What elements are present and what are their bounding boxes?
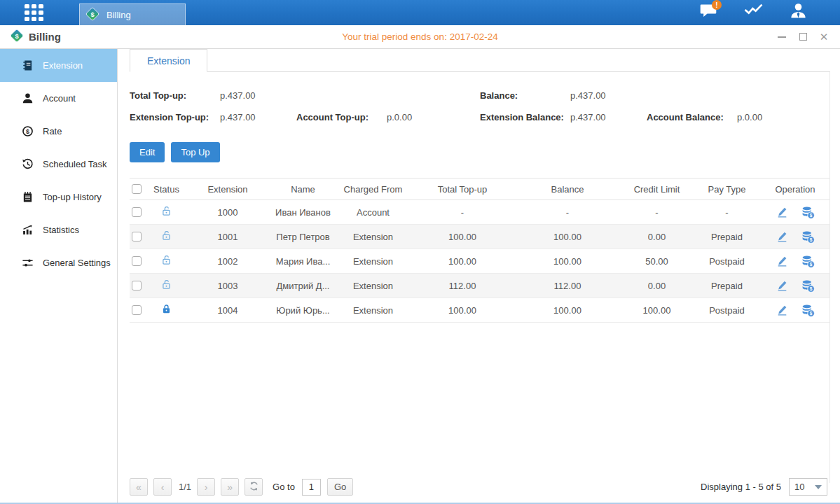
table-row: 1002 Мария Ива... Extension 100.00 100.0…	[130, 249, 830, 274]
cell-balance: 112.00	[515, 281, 620, 291]
account-balance-label: Account Balance:	[647, 112, 737, 122]
extension-balance-label: Extension Balance:	[480, 112, 570, 122]
notifications-button[interactable]: !	[698, 2, 718, 22]
row-checkbox[interactable]	[132, 305, 142, 315]
maximize-button[interactable]	[798, 32, 808, 42]
cell-extension: 1001	[186, 232, 270, 242]
col-total-topup: Total Top-up	[410, 184, 515, 195]
cell-charged-from: Extension	[336, 256, 410, 267]
resource-monitor-button[interactable]	[743, 2, 763, 22]
displaying-label: Displaying 1 - 5 of 5	[701, 482, 781, 492]
sliders-icon	[21, 257, 34, 270]
svg-text:$: $	[810, 286, 813, 292]
sidebar-item-extension[interactable]: Extension	[0, 49, 117, 82]
col-name: Name	[270, 184, 336, 195]
row-checkbox[interactable]	[132, 281, 142, 290]
top-up-coins-icon[interactable]: $	[801, 303, 815, 318]
lock-open-icon	[160, 205, 172, 219]
refresh-button[interactable]	[245, 478, 263, 496]
cell-extension: 1004	[186, 305, 270, 316]
sidebar-item-top-up-history[interactable]: Top-up History	[0, 181, 117, 214]
user-silhouette-icon	[21, 92, 34, 105]
edit-pencil-icon[interactable]	[775, 303, 790, 318]
cell-credit-limit: 0.00	[620, 281, 694, 291]
edit-pencil-icon[interactable]	[775, 279, 790, 293]
tab-extension[interactable]: Extension	[130, 49, 207, 72]
cell-charged-from: Extension	[336, 305, 410, 316]
user-menu-button[interactable]	[788, 2, 808, 22]
sidebar-item-rate[interactable]: $ Rate	[0, 115, 117, 148]
cell-name: Мария Ива...	[270, 256, 336, 267]
apps-grid-icon[interactable]	[25, 4, 50, 22]
prev-page-button[interactable]: ‹	[153, 478, 172, 496]
edit-pencil-icon[interactable]	[775, 254, 790, 269]
table-row: 1004 Юрий Юрь... Extension 100.00 100.00…	[130, 298, 830, 323]
page-indicator: 1/1	[179, 482, 191, 492]
sidebar-item-scheduled-task[interactable]: Scheduled Task	[0, 148, 117, 181]
content-panel: Extension Total Top-up: p.437.00 Extensi…	[118, 49, 840, 504]
billing-diamond-icon: $	[85, 6, 100, 24]
tab-bar: Extension	[130, 49, 830, 72]
select-all-checkbox[interactable]	[132, 184, 142, 194]
top-up-coins-icon[interactable]: $	[801, 230, 815, 244]
sidebar-item-general-settings[interactable]: General Settings	[0, 246, 117, 279]
edit-pencil-icon[interactable]	[775, 205, 790, 220]
row-checkbox[interactable]	[132, 256, 142, 266]
cell-pay-type: Prepaid	[694, 281, 760, 291]
task-tab-label: Billing	[106, 10, 131, 20]
dollar-circle-icon: $	[21, 125, 34, 138]
sidebar-item-statistics[interactable]: Statistics	[0, 214, 117, 246]
cell-extension: 1002	[186, 256, 270, 267]
svg-text:$: $	[810, 311, 813, 316]
extension-topup-label: Extension Top-up:	[130, 112, 220, 122]
total-topup-value: p.437.00	[220, 90, 296, 101]
cell-balance: 100.00	[515, 256, 620, 267]
sidebar-item-label: Top-up History	[43, 192, 102, 202]
cell-pay-type: Postpaid	[694, 256, 760, 267]
top-up-coins-icon[interactable]: $	[801, 279, 815, 293]
cell-credit-limit: 0.00	[620, 232, 694, 242]
go-button[interactable]: Go	[327, 478, 353, 496]
top-up-coins-icon[interactable]: $	[801, 205, 815, 220]
cell-credit-limit: 50.00	[620, 256, 694, 267]
page-size-select[interactable]: 10	[789, 478, 827, 496]
edit-pencil-icon[interactable]	[775, 230, 790, 244]
row-checkbox[interactable]	[132, 232, 142, 241]
cell-total-topup: 112.00	[410, 281, 515, 291]
ledger-icon	[21, 191, 34, 204]
window-title-label: Billing	[29, 31, 61, 43]
goto-page-input[interactable]	[302, 479, 321, 496]
svg-text:$: $	[90, 10, 95, 18]
cell-balance: 100.00	[515, 232, 620, 242]
lock-open-icon	[160, 254, 172, 268]
cell-balance: -	[515, 207, 620, 218]
cell-total-topup: 100.00	[410, 232, 515, 242]
edit-button[interactable]: Edit	[130, 142, 165, 162]
svg-text:$: $	[810, 237, 813, 243]
cell-pay-type: -	[694, 207, 760, 218]
table-header-row: Status Extension Name Charged From Total…	[130, 178, 830, 200]
account-topup-value: p.0.00	[387, 112, 463, 122]
lock-closed-icon	[160, 303, 172, 317]
sidebar-item-label: Account	[43, 93, 76, 104]
extension-topup-value: p.437.00	[220, 112, 296, 122]
col-credit-limit: Credit Limit	[620, 184, 694, 195]
user-icon	[790, 2, 807, 22]
sidebar-item-label: Scheduled Task	[43, 159, 107, 169]
lock-open-icon	[160, 230, 172, 244]
cell-name: Петр Петров	[270, 232, 336, 242]
close-button[interactable]: ✕	[819, 32, 829, 42]
top-up-coins-icon[interactable]: $	[801, 254, 815, 269]
line-chart-icon	[744, 1, 763, 23]
minimize-button[interactable]	[777, 32, 787, 42]
topbar-billing-task-tab[interactable]: $ Billing	[79, 4, 186, 25]
topbar: $ Billing !	[0, 0, 840, 25]
col-status: Status	[147, 184, 186, 195]
top-up-button[interactable]: Top Up	[171, 142, 219, 162]
row-checkbox[interactable]	[132, 207, 142, 217]
first-page-button[interactable]: «	[130, 478, 148, 496]
cell-pay-type: Prepaid	[694, 232, 760, 242]
sidebar-item-account[interactable]: Account	[0, 82, 117, 115]
next-page-button[interactable]: ›	[197, 478, 215, 496]
last-page-button[interactable]: »	[221, 478, 239, 496]
